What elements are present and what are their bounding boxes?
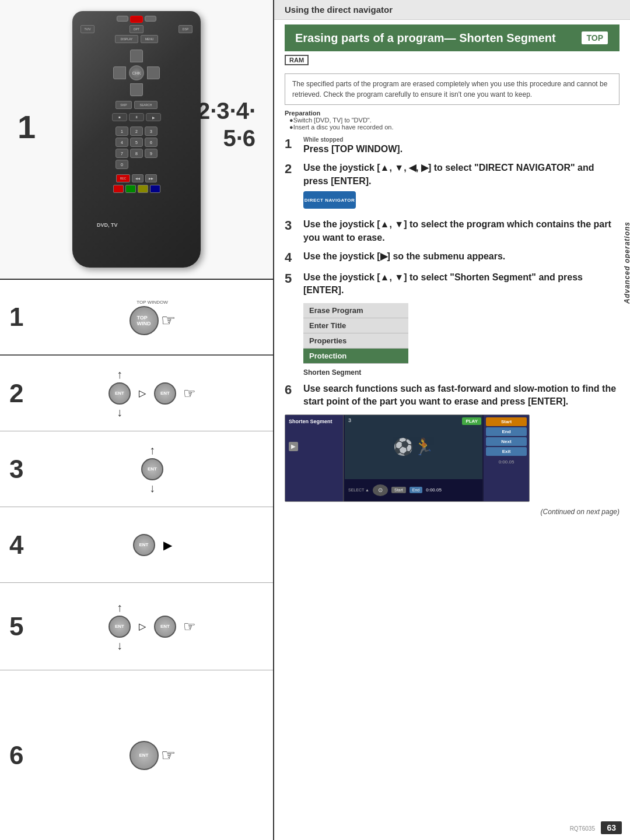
remote-rew-btn: ◀◀	[132, 174, 144, 182]
ss-start-btn: Start	[486, 417, 527, 426]
arrow-down-icon	[117, 406, 123, 419]
step-3-text: Use the joystick [▲, ▼] to select the pr…	[303, 218, 620, 244]
step-right-6: 6 Use search functions such as fast-forw…	[285, 382, 620, 409]
step-right-content-6: Use search functions such as fast-forwar…	[303, 382, 620, 409]
step-right-num-2: 2	[285, 161, 298, 212]
step-6-diagram: ENT ☞	[41, 741, 264, 770]
prep-item-1: ●Switch [DVD, TV] to "DVD".	[285, 117, 620, 124]
section-header-text: Using the direct navigator	[285, 5, 393, 15]
step-6-section: 6 ENT ☞	[0, 670, 273, 840]
prep-section: Preparation ●Switch [DVD, TV] to "DVD". …	[285, 110, 620, 131]
enter-btn-5b: ENT	[154, 616, 176, 638]
step-right-num-3: 3	[285, 218, 298, 244]
step-label-234-remote: 2·3·4·	[197, 99, 256, 122]
arrow-right-small: ▷	[139, 388, 146, 399]
step-right-num-1: 1	[285, 136, 298, 156]
direct-nav-text: DIRECT NAVIGATOR	[304, 198, 355, 203]
step-4-section: 4 ENT ▶	[0, 507, 273, 583]
hand-icon-6: ☞	[161, 746, 176, 765]
step-right-content-1: While stopped Press [TOP WINDOW].	[303, 136, 620, 156]
enter-btn-3: ENT	[141, 458, 163, 480]
page-number: 63	[601, 821, 622, 834]
remote-fwd-btn: ▶▶	[145, 174, 157, 182]
remote-dpad-center: CHK	[129, 65, 144, 80]
remote-display-btn: DISPLAY	[115, 35, 138, 43]
step-6-number: 6	[9, 741, 33, 770]
remote-power-btn	[130, 16, 143, 23]
step-3-diagram: ENT	[41, 444, 264, 495]
remote-dpad-right	[147, 66, 160, 79]
step-right-content-2: Use the joystick [▲, ▼, ◀, ▶] to select …	[303, 161, 620, 212]
remote-color-green	[125, 185, 136, 193]
remote-dpad-down	[130, 83, 143, 96]
ss-disc-icon: ▶	[289, 442, 298, 451]
menu-item-properties: Properties	[303, 333, 408, 349]
ss-time-display: 0:00.05	[486, 459, 527, 465]
step-3-number: 3	[9, 455, 33, 484]
remote-num-0: 0	[116, 160, 128, 169]
ss-left-panel: Shorten Segment ▶	[285, 415, 344, 502]
remote-num-4: 4	[116, 138, 128, 147]
ss-bottom-time: 0:00.05	[426, 487, 442, 493]
step-2-section: 2 ENT ▷ ENT ☞	[0, 356, 273, 431]
remote-top-btn2	[145, 16, 156, 22]
left-panel: 1 2·3·4· 5·6 TV/V OPT DSP DISPLAY MENU	[0, 0, 274, 840]
remote-menu-btn: MENU	[141, 35, 158, 43]
step-1-section: 1 TOP WINDOW TOPWIND ☞	[0, 280, 273, 356]
step-right-4: 4 Use the joystick [▶] so the submenu ap…	[285, 250, 620, 265]
remote-rec-btn: REC	[116, 174, 130, 182]
step-right-content-4: Use the joystick [▶] so the submenu appe…	[303, 250, 620, 265]
continued-text: (Continued on next page)	[285, 508, 620, 516]
remote-num-6: 6	[145, 138, 158, 147]
remote-color-yellow	[138, 185, 148, 193]
step-2-diagram: ENT ▷ ENT ☞	[41, 368, 264, 419]
step-1-text: Press [TOP WINDOW].	[303, 143, 620, 156]
prep-title: Preparation	[285, 110, 620, 117]
remote-dpad: CHK	[113, 50, 160, 96]
remote-num-2: 2	[130, 126, 143, 136]
ss-joystick: ⊙	[373, 484, 388, 496]
ss-exit-btn: Exit	[486, 447, 527, 456]
remote-numpad: 1 2 3 4 5 6 7 8 9 0	[116, 126, 158, 169]
hand-icon-5: ☞	[183, 618, 196, 635]
step-right-2: 2 Use the joystick [▲, ▼, ◀, ▶] to selec…	[285, 161, 620, 212]
arrow-up-5	[117, 601, 123, 614]
step-2-text: Use the joystick [▲, ▼, ◀, ▶] to select …	[303, 161, 620, 188]
hand-icon-2: ☞	[183, 385, 196, 402]
remote-dpad-up	[130, 50, 143, 62]
remote-num-7: 7	[116, 149, 128, 158]
advanced-operations-label: Advanced operations	[623, 222, 630, 304]
remote-num-5: 5	[130, 138, 143, 147]
ss-play-badge: PLAY	[462, 417, 481, 425]
enter-btn-right: ENT	[154, 382, 176, 405]
remote-search-btn: SEARCH	[134, 101, 158, 109]
ram-badge: RAM	[285, 55, 309, 65]
step-4-number: 4	[9, 530, 33, 560]
warning-box: The specified parts of the program are e…	[285, 73, 620, 105]
ss-next-btn: Next	[486, 437, 527, 446]
dvd-tv-label: DVD, TV	[97, 222, 118, 228]
step-1-diagram: TOP WINDOW TOPWIND ☞	[41, 300, 264, 335]
remote-skip-btn: SKIP	[116, 101, 132, 109]
warning-text: The specified parts of the program are e…	[292, 80, 607, 99]
while-stopped-label: While stopped	[303, 136, 620, 143]
remote-control: TV/V OPT DSP DISPLAY MENU CHK SKIP SEARC…	[72, 11, 201, 268]
title-bar: Erasing parts of a program— Shorten Segm…	[285, 24, 620, 51]
shorten-segment-screenshot: Shorten Segment ▶ 3 ⚽🏃 PLAY Start End Ne…	[285, 414, 530, 502]
top-badge: TOP	[580, 30, 609, 45]
step-4-diagram: ENT ▶	[41, 534, 264, 556]
remote-color-blue	[150, 185, 160, 193]
remote-play-btn: ▶	[146, 113, 161, 121]
arrow-right-4: ▶	[163, 538, 172, 552]
arrow-down-3	[149, 481, 155, 495]
menu-box: Erase Program Enter Title Properties Pro…	[303, 303, 408, 364]
remote-pause-btn: ⏸	[129, 113, 144, 121]
top-window-btn-diagram: TOPWIND	[130, 306, 159, 335]
enter-btn-6: ENT	[130, 741, 159, 770]
section-header: Using the direct navigator	[274, 0, 630, 20]
remote-num-1: 1	[116, 126, 128, 136]
remote-transport: ■ ⏸ ▶	[112, 113, 161, 121]
arrow-down-5	[117, 639, 123, 652]
step-1-number: 1	[9, 303, 33, 332]
menu-item-title: Enter Title	[303, 318, 408, 333]
